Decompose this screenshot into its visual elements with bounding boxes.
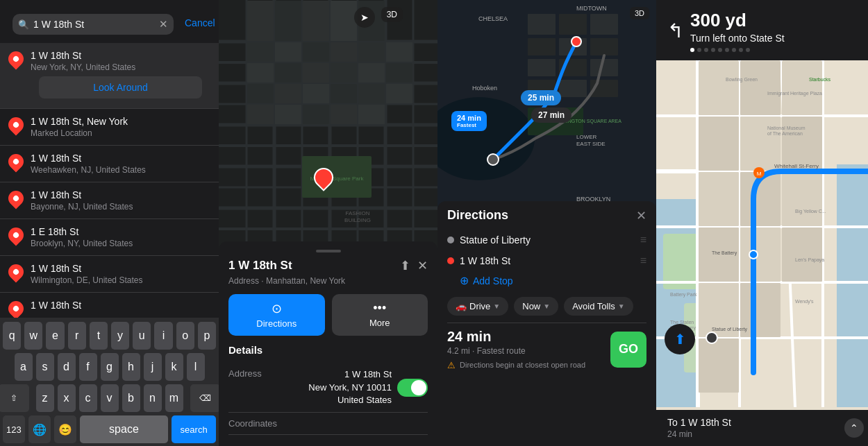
key-z[interactable]: z (36, 384, 54, 412)
directions-icon: ⊙ (272, 301, 282, 316)
key-p[interactable]: p (198, 322, 216, 350)
key-d[interactable]: d (58, 353, 76, 381)
key-j[interactable]: j (144, 353, 162, 381)
go-button[interactable]: GO (610, 332, 646, 368)
fastest-label: Fastest (457, 122, 481, 128)
list-item[interactable]: 1 W 18th St, New York Marked Location (0, 109, 219, 146)
stop2-dot (447, 257, 454, 264)
reorder-handle-1[interactable]: ≡ (640, 234, 646, 246)
recenter-button[interactable]: ⬆ (665, 324, 695, 354)
directions-map[interactable]: CHELSEA Hoboken LOWER EAST SIDE BROOKLYN… (437, 0, 656, 222)
key-search[interactable]: search (172, 415, 216, 443)
key-y[interactable]: y (111, 322, 129, 350)
divider (447, 323, 646, 323)
svg-text:Len's Papaya: Len's Papaya (795, 257, 824, 263)
time-option-button[interactable]: Now ▼ (514, 297, 558, 316)
location-button[interactable]: ➤ (354, 7, 375, 28)
result-subtitle: New York, NY, United States (31, 62, 210, 72)
key-numbers[interactable]: 123 (3, 415, 25, 443)
key-u[interactable]: u (133, 322, 151, 350)
key-v[interactable]: v (101, 384, 119, 412)
list-item[interactable]: 1 W 18th St Weehawken, NJ, United States (0, 146, 219, 182)
svg-text:The Battery: The Battery (712, 250, 737, 256)
location-pin-icon (5, 187, 26, 209)
svg-rect-54 (590, 14, 618, 35)
result-subtitle: Wilmington, DE, United States (31, 275, 210, 285)
list-item[interactable]: 1 W 18th St Wilmington, DE, United State… (0, 256, 219, 293)
key-e[interactable]: e (46, 322, 64, 350)
svg-rect-76 (837, 164, 868, 407)
nav-eta: 24 min (667, 429, 731, 439)
address-toggle[interactable] (397, 379, 428, 397)
key-q[interactable]: q (3, 322, 21, 350)
svg-rect-53 (559, 14, 587, 35)
route1-time: 25 min (528, 93, 554, 103)
more-button[interactable]: ••• More (332, 294, 428, 336)
3d-button[interactable]: 3D (381, 7, 403, 22)
address-label: Address (228, 368, 262, 379)
key-space[interactable]: space (80, 415, 169, 443)
key-w[interactable]: w (24, 322, 42, 350)
add-stop-button[interactable]: ⊕ Add Stop (460, 271, 646, 290)
svg-rect-96 (782, 172, 822, 226)
key-h[interactable]: h (122, 353, 140, 381)
close-card-button[interactable]: ✕ (417, 258, 428, 273)
list-item[interactable]: 1 W 18th St (0, 293, 219, 318)
drive-option-button[interactable]: 🚗 Drive ▼ (447, 297, 508, 316)
key-emoji[interactable]: 😊 (54, 415, 76, 443)
add-stop-icon: ⊕ (460, 274, 469, 287)
key-r[interactable]: r (68, 322, 86, 350)
key-t[interactable]: t (90, 322, 108, 350)
key-f[interactable]: f (79, 353, 97, 381)
search-clear-button[interactable]: ✕ (159, 18, 168, 31)
directions-3d-button[interactable]: 3D (630, 7, 649, 19)
more-icon: ••• (373, 301, 386, 316)
list-item[interactable]: 1 E 18th St Brooklyn, NY, United States (0, 219, 219, 256)
svg-rect-24 (275, 42, 301, 62)
list-item[interactable]: 1 W 18th St Bayonne, NJ, United States (0, 182, 219, 219)
key-x[interactable]: x (58, 384, 76, 412)
directions-button[interactable]: ⊙ Directions (228, 294, 325, 336)
key-g[interactable]: g (101, 353, 119, 381)
key-o[interactable]: o (176, 322, 194, 350)
now-label: Now (522, 301, 540, 311)
key-n[interactable]: n (144, 384, 162, 412)
nav-destination: To 1 W 18th St (667, 417, 731, 428)
key-globe[interactable]: 🌐 (28, 415, 51, 443)
key-i[interactable]: i (154, 322, 172, 350)
stop-2: 1 W 18th St ≡ (447, 250, 646, 271)
svg-rect-52 (528, 14, 556, 35)
cancel-button[interactable]: Cancel (185, 17, 215, 28)
key-a[interactable]: a (15, 353, 33, 381)
key-l[interactable]: l (187, 353, 205, 381)
key-shift[interactable]: ⇧ (0, 384, 29, 412)
avoid-tolls-button[interactable]: Avoid Tolls ▼ (564, 297, 633, 316)
location-card: 1 W 18th St ⬆ ✕ Address · Manhattan, New… (219, 241, 437, 446)
svg-rect-60 (590, 59, 618, 76)
share-button[interactable]: ⬆ (400, 258, 410, 273)
key-b[interactable]: b (122, 384, 140, 412)
search-panel: 🔍 ✕ Cancel 1 W 18th St New York, NY, Uni… (0, 0, 219, 446)
svg-text:BUILDING: BUILDING (344, 217, 371, 223)
key-k[interactable]: k (165, 353, 183, 381)
key-m[interactable]: m (165, 384, 183, 412)
svg-rect-55 (528, 38, 556, 55)
reorder-handle-2[interactable]: ≡ (640, 255, 646, 267)
key-c[interactable]: c (79, 384, 97, 412)
search-input[interactable] (33, 19, 155, 30)
nav-expand-button[interactable]: ⌃ (844, 418, 864, 438)
coordinates-label: Coordinates (228, 418, 277, 429)
car-icon: 🚗 (456, 301, 467, 311)
key-s[interactable]: s (36, 353, 54, 381)
location-pin-icon (5, 151, 26, 172)
list-item[interactable]: 1 W 18th St New York, NY, United States … (0, 43, 219, 109)
route2-time: 27 min (538, 110, 565, 120)
result-title: 1 W 18th St (31, 300, 210, 311)
nav-map[interactable]: Whitehall St-Ferry The Battery Statue of… (656, 60, 868, 410)
svg-rect-94 (699, 172, 739, 226)
svg-rect-57 (590, 38, 618, 55)
svg-text:Wendy's: Wendy's (795, 299, 814, 305)
close-directions-button[interactable]: ✕ (636, 208, 646, 223)
key-delete[interactable]: ⌫ (190, 384, 219, 412)
look-around-button[interactable]: Look Around (39, 76, 202, 98)
